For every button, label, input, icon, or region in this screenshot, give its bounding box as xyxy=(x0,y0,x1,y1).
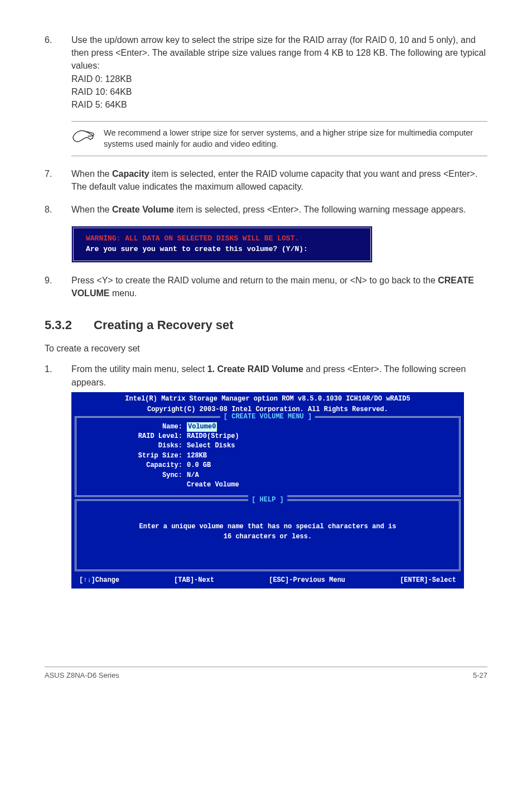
step-6-num: 6. xyxy=(45,33,71,111)
bios2-val-sync: N/A xyxy=(187,471,199,480)
bios-warning-dialog: WARNING: ALL DATA ON SELECTED DISKS WILL… xyxy=(71,226,373,263)
step-6: 6. Use the up/down arrow key to select t… xyxy=(45,33,487,111)
note-callout: We recommend a lower stripe size for ser… xyxy=(71,121,487,156)
step-9-post: menu. xyxy=(109,288,137,298)
hand-pointing-icon xyxy=(71,127,96,146)
bios2-footer-prev: [ESC]-Previous Menu xyxy=(269,576,345,585)
step-8-num: 8. xyxy=(45,203,71,216)
bios2-footer: [↑↓]Change [TAB]-Next [ESC]-Previous Men… xyxy=(71,573,464,589)
bios2-lbl-capacity: Capacity: xyxy=(82,461,187,470)
section-step-1: 1. From the utility main menu, select 1.… xyxy=(45,363,487,388)
step-6-text: Use the up/down arrow key to select the … xyxy=(71,35,486,70)
section-step-1-pre: From the utility main menu, select xyxy=(71,364,207,374)
section-step-1-num: 1. xyxy=(45,363,71,388)
bios2-help-line-2: 16 characters or less. xyxy=(88,532,448,542)
step-6-line-2: RAID 5: 64KB xyxy=(71,98,487,111)
bios2-footer-next: [TAB]-Next xyxy=(174,576,214,585)
bios2-footer-change: [↑↓]Change xyxy=(79,576,119,585)
step-7-num: 7. xyxy=(45,167,71,193)
section-num: 5.3.2 xyxy=(45,316,94,334)
step-8-body: When the Create Volume item is selected,… xyxy=(71,203,487,216)
bios2-create-panel: [ CREATE VOLUME MENU ] Name:Volume0 RAID… xyxy=(75,416,461,498)
step-8: 8. When the Create Volume item is select… xyxy=(45,203,487,216)
bios2-val-name: Volume0 xyxy=(187,422,217,432)
page-footer: ASUS Z8NA-D6 Series 5-27 xyxy=(45,667,487,681)
bios2-help-text: Enter a unique volume name that has no s… xyxy=(82,505,453,564)
bios2-header-1: Intel(R) Matrix Storage Manager option R… xyxy=(71,392,464,405)
bios2-val-raid: RAID0(Stripe) xyxy=(187,432,239,441)
step-7-bold: Capacity xyxy=(112,169,149,179)
bios2-create-panel-title: [ CREATE VOLUME MENU ] xyxy=(220,412,315,422)
bios2-lbl-sync: Sync: xyxy=(82,471,187,480)
section-intro: To create a recovery set xyxy=(45,342,487,355)
step-9-pre: Press <Y> to create the RAID volume and … xyxy=(71,276,438,285)
bios-warning-line: WARNING: ALL DATA ON SELECTED DISKS WILL… xyxy=(86,234,358,244)
section-heading: 5.3.2Creating a Recovery set xyxy=(45,316,487,334)
step-6-body: Use the up/down arrow key to select the … xyxy=(71,33,487,111)
footer-right: 5-27 xyxy=(473,671,487,681)
bios2-footer-select: [ENTER]-Select xyxy=(400,576,456,585)
step-8-post: item is selected, press <Enter>. The fol… xyxy=(174,205,466,214)
bios2-val-create: Create Volume xyxy=(187,480,239,490)
bios2-lbl-name: Name: xyxy=(82,422,187,432)
step-6-line-1: RAID 10: 64KB xyxy=(71,85,487,98)
bios2-val-strip: 128KB xyxy=(187,451,207,461)
section-step-1-body: From the utility main menu, select 1. Cr… xyxy=(71,363,487,388)
bios2-val-disks: Select Disks xyxy=(187,441,235,451)
step-9-body: Press <Y> to create the RAID volume and … xyxy=(71,274,487,300)
step-7-body: When the Capacity item is selected, ente… xyxy=(71,167,487,193)
bios2-lbl-raid: RAID Level: xyxy=(82,432,187,441)
section-step-1-bold: 1. Create RAID Volume xyxy=(207,364,303,374)
bios2-lbl-strip: Strip Size: xyxy=(82,451,187,461)
section-title: Creating a Recovery set xyxy=(94,318,234,332)
bios2-lbl-create xyxy=(82,480,187,490)
bios2-val-capacity: 0.0 GB xyxy=(187,461,211,470)
bios-confirm-line: Are you sure you want to create this vol… xyxy=(86,244,358,255)
step-7-pre: When the xyxy=(71,169,112,179)
bios2-help-panel-title: [ HELP ] xyxy=(248,495,287,505)
step-9-num: 9. xyxy=(45,274,71,300)
footer-left: ASUS Z8NA-D6 Series xyxy=(45,671,119,681)
step-8-bold: Create Volume xyxy=(112,205,174,214)
step-8-pre: When the xyxy=(71,205,112,214)
step-9: 9. Press <Y> to create the RAID volume a… xyxy=(45,274,487,300)
bios2-help-line-1: Enter a unique volume name that has no s… xyxy=(88,522,448,532)
note-text: We recommend a lower stripe size for ser… xyxy=(104,127,487,150)
bios-create-volume-screen: Intel(R) Matrix Storage Manager option R… xyxy=(71,392,464,589)
step-6-line-0: RAID 0: 128KB xyxy=(71,73,487,85)
step-7: 7. When the Capacity item is selected, e… xyxy=(45,167,487,193)
bios2-help-panel: [ HELP ] Enter a unique volume name that… xyxy=(75,499,461,571)
bios2-lbl-disks: Disks: xyxy=(82,441,187,451)
